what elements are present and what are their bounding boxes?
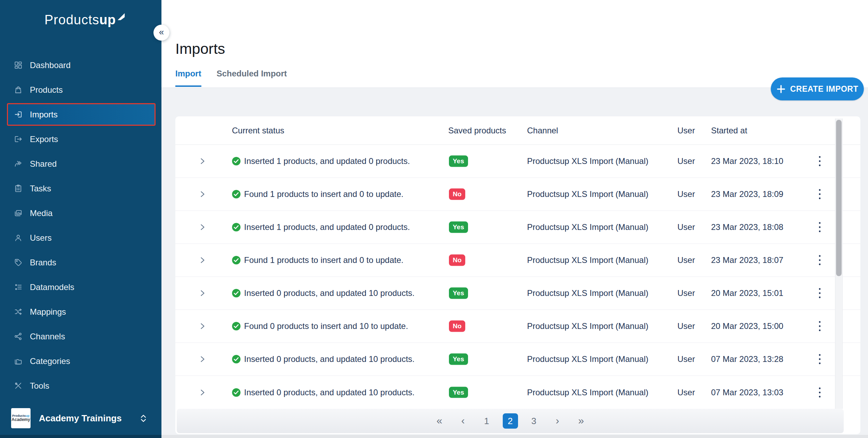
row-menu-button[interactable] (814, 352, 825, 366)
pagination-page-2[interactable]: 2 (503, 413, 518, 429)
user-text: User (677, 255, 695, 265)
started-at-text: 20 Mar 2023, 15:01 (711, 288, 783, 298)
sidebar-item-label: Categories (30, 356, 70, 366)
sidebar-item-shared[interactable]: Shared (7, 151, 156, 176)
pagination-next-button[interactable]: › (550, 413, 565, 429)
table-row: Inserted 0 products, and updated 10 prod… (175, 376, 860, 409)
row-menu-button[interactable] (814, 154, 825, 168)
sidebar-item-exports[interactable]: Exports (7, 127, 156, 151)
logo-arrow-icon (117, 12, 126, 23)
pagination-last-button[interactable]: » (574, 413, 589, 429)
table-row: Found 1 products to insert and 0 to upda… (175, 244, 860, 277)
workspace-switcher[interactable]: Productsup Academy Academy Trainings (0, 406, 161, 431)
status-text: Inserted 0 products, and updated 10 prod… (244, 354, 415, 364)
user-text: User (677, 321, 695, 331)
table-row: Inserted 1 products, and updated 0 produ… (175, 211, 860, 244)
table-row: Inserted 0 products, and updated 10 prod… (175, 343, 860, 376)
sidebar-item-brands[interactable]: Brands (7, 250, 156, 275)
sidebar-item-datamodels[interactable]: Datamodels (7, 275, 156, 299)
users-icon (14, 233, 23, 242)
row-menu-button[interactable] (814, 220, 825, 234)
tools-icon (14, 381, 23, 390)
column-header-user: User (677, 126, 695, 135)
table-scrollbar-track[interactable] (835, 118, 843, 409)
sidebar-item-imports[interactable]: Imports (7, 103, 156, 126)
unfold-icon (139, 414, 148, 423)
channel-text: Productsup XLS Import (Manual) (527, 321, 649, 331)
sidebar-item-users[interactable]: Users (7, 225, 156, 250)
started-at-text: 23 Mar 2023, 18:10 (711, 156, 783, 166)
user-text: User (677, 354, 695, 364)
saved-products-badge: Yes (449, 156, 468, 167)
sidebar: Productsup DashboardProductsImportsExpor… (0, 0, 161, 438)
pagination-prev-button[interactable]: ‹ (456, 413, 471, 429)
expand-chevron-icon[interactable] (199, 389, 206, 396)
row-menu-button[interactable] (814, 319, 825, 333)
expand-chevron-icon[interactable] (199, 355, 206, 363)
channel-text: Productsup XLS Import (Manual) (527, 255, 649, 265)
saved-products-badge: Yes (449, 222, 468, 233)
expand-chevron-icon[interactable] (199, 223, 206, 231)
sidebar-item-label: Mappings (30, 307, 66, 317)
sidebar-item-dashboard[interactable]: Dashboard (7, 53, 156, 77)
sidebar-item-label: Exports (30, 134, 58, 144)
saved-products-badge: Yes (449, 387, 468, 398)
expand-chevron-icon[interactable] (199, 256, 206, 264)
channels-icon (14, 332, 23, 341)
tab-scheduled-import[interactable]: Scheduled Import (217, 69, 287, 87)
academy-logo-sub: Academy (11, 418, 30, 422)
pagination-page-1[interactable]: 1 (479, 413, 494, 429)
status-text: Inserted 0 products, and updated 10 prod… (244, 288, 415, 298)
dashboard-icon (14, 61, 23, 69)
user-text: User (677, 156, 695, 166)
row-menu-button[interactable] (814, 253, 825, 267)
saved-products-badge: No (449, 189, 465, 200)
academy-logo: Productsup Academy (11, 408, 31, 428)
sidebar-item-categories[interactable]: Categories (7, 349, 156, 373)
expand-chevron-icon[interactable] (199, 322, 206, 330)
sidebar-item-label: Tasks (30, 184, 51, 193)
expand-chevron-icon[interactable] (199, 190, 206, 198)
expand-chevron-icon[interactable] (199, 289, 206, 297)
sidebar-item-tasks[interactable]: Tasks (7, 176, 156, 201)
channel-text: Productsup XLS Import (Manual) (527, 189, 649, 199)
sidebar-item-label: Channels (30, 332, 65, 341)
success-check-icon (232, 289, 241, 298)
sidebar-nav: DashboardProductsImportsExportsSharedTas… (0, 53, 161, 398)
sidebar-item-channels[interactable]: Channels (7, 324, 156, 349)
sidebar-item-label: Users (30, 233, 52, 243)
channel-text: Productsup XLS Import (Manual) (527, 156, 649, 166)
sidebar-item-media[interactable]: Media (7, 201, 156, 225)
categories-icon (14, 357, 23, 365)
status-text: Inserted 1 products, and updated 0 produ… (244, 222, 410, 232)
row-menu-button[interactable] (814, 286, 825, 300)
pagination-first-button[interactable]: « (432, 413, 447, 429)
started-at-text: 23 Mar 2023, 18:07 (711, 255, 783, 265)
imports-table-card: Current statusSaved productsChannelUserS… (175, 116, 860, 434)
saved-products-badge: No (449, 321, 465, 332)
products-icon (14, 85, 23, 94)
pagination-page-3[interactable]: 3 (526, 413, 542, 429)
success-check-icon (232, 322, 241, 331)
success-check-icon (232, 355, 241, 364)
page-title: Imports (175, 40, 225, 57)
logo-text-light: Products (44, 13, 99, 27)
saved-products-badge: Yes (449, 354, 468, 365)
table-scrollbar-thumb[interactable] (836, 120, 842, 276)
sidebar-item-label: Tools (30, 381, 49, 391)
sidebar-collapse-button[interactable]: « (153, 25, 169, 41)
create-import-button[interactable]: CREATE IMPORT (771, 77, 864, 100)
plus-icon (776, 84, 786, 94)
sidebar-item-label: Dashboard (30, 60, 70, 70)
row-menu-button[interactable] (814, 187, 825, 201)
tab-import[interactable]: Import (175, 69, 201, 87)
row-menu-button[interactable] (814, 386, 825, 399)
sidebar-item-products[interactable]: Products (7, 77, 156, 102)
sidebar-item-mappings[interactable]: Mappings (7, 299, 156, 324)
success-check-icon (232, 388, 241, 397)
started-at-text: 07 Mar 2023, 13:03 (711, 388, 783, 397)
expand-chevron-icon[interactable] (199, 157, 206, 165)
started-at-text: 23 Mar 2023, 18:08 (711, 222, 783, 232)
sidebar-item-tools[interactable]: Tools (7, 373, 156, 398)
tasks-icon (14, 184, 23, 193)
